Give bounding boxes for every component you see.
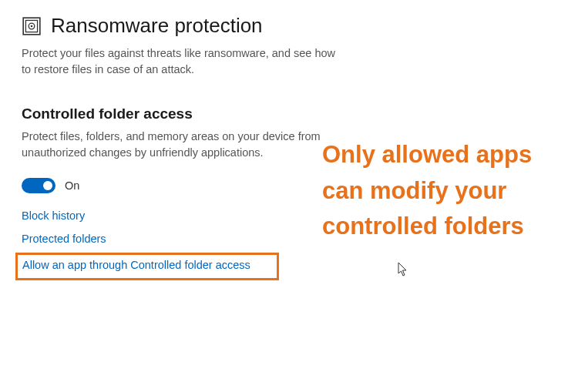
svg-point-3 xyxy=(31,25,33,27)
allow-app-link[interactable]: Allow an app through Controlled folder a… xyxy=(22,258,272,273)
page-header: Ransomware protection xyxy=(22,14,568,38)
protected-folders-link[interactable]: Protected folders xyxy=(22,232,276,247)
annotation-line-2: can modify your controlled folders xyxy=(322,173,553,245)
toggle-knob xyxy=(43,181,52,190)
allow-app-highlight-box: Allow an app through Controlled folder a… xyxy=(15,253,279,280)
page-title: Ransomware protection xyxy=(51,14,263,38)
toggle-state-label: On xyxy=(65,179,79,192)
page-description: Protect your files against threats like … xyxy=(22,45,338,78)
block-history-link[interactable]: Block history xyxy=(22,209,276,224)
controlled-folder-toggle[interactable] xyxy=(22,178,55,193)
mouse-cursor-icon xyxy=(398,262,408,277)
annotation-text: Only allowed apps can modify your contro… xyxy=(322,137,553,245)
section-description: Protect files, folders, and memory areas… xyxy=(22,129,330,161)
ransomware-shield-icon xyxy=(22,16,42,36)
section-title-controlled-folder: Controlled folder access xyxy=(22,106,568,122)
annotation-line-1: Only allowed apps xyxy=(322,137,553,173)
